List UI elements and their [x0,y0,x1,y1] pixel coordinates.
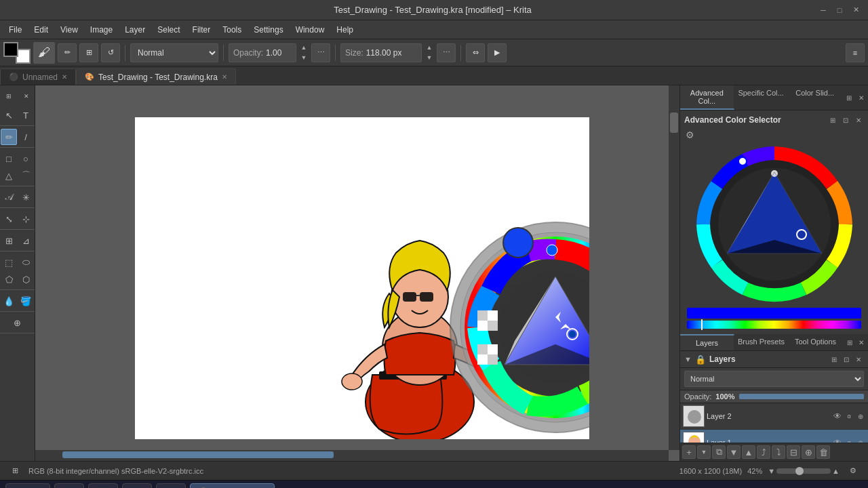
layers-close-btn2[interactable]: ✕ [853,354,864,365]
tab-brush-presets[interactable]: Brush Presets [734,334,789,350]
tool-transform[interactable]: ⤡ [1,211,17,227]
move-layer-down-btn[interactable]: ▼ [727,445,741,459]
layers-blend-mode[interactable]: Normal Multiply Screen [684,371,864,387]
menu-settings[interactable]: Settings [248,23,288,37]
menu-file[interactable]: File [3,23,27,37]
tool-ellipse[interactable]: ○ [18,150,34,167]
duplicate-layer-btn[interactable]: ⧉ [712,445,726,459]
tool-polygon-select[interactable]: ⬠ [1,271,17,287]
canvas-area[interactable] [35,85,679,461]
cs-grid-btn[interactable]: ⊞ [827,115,838,125]
tool-grid[interactable]: ⊞ [1,232,17,249]
tool-polygon[interactable]: △ [1,167,17,184]
size-down[interactable]: ▼ [425,53,434,62]
import-layer-btn[interactable]: ⤵ [772,445,785,459]
layers-close-btn[interactable]: ✕ [856,337,867,348]
close-button[interactable]: ✕ [850,5,861,16]
layer-2-eye[interactable]: 👁 [833,411,842,421]
color-wheel-container[interactable] [693,143,856,306]
hue-gradient-bar[interactable] [687,321,861,329]
delete-layer-btn[interactable]: 🗑 [816,445,830,459]
zoom-up-icon[interactable]: ▲ [832,467,840,475]
tab-test-drawing-close[interactable]: ✕ [222,73,227,81]
opacity-up[interactable]: ▲ [299,43,309,52]
size-arrows[interactable]: ▲ ▼ [425,43,434,62]
layers-expand-icon[interactable]: ▼ [684,355,692,363]
vertical-scrollbar[interactable] [669,85,679,450]
taskbar-krita-btn[interactable]: 🎨 Test_Drawin... [190,483,275,489]
tab-unnamed[interactable]: ⚫ Unnamed ✕ [0,68,76,85]
minimize-button[interactable]: ─ [818,5,829,16]
cs-close-btn[interactable]: ✕ [853,115,864,125]
export-layer-btn[interactable]: ⤴ [757,445,770,459]
blue-selected-color-bar[interactable] [687,308,861,319]
zoom-slider[interactable] [776,468,831,474]
tool-multibrush[interactable]: ✳ [18,189,34,205]
opacity-extra[interactable]: ⋯ [311,43,330,62]
tool-fill[interactable]: 🪣 [18,293,34,309]
tab-tool-options[interactable]: Tool Options [789,334,843,350]
horizontal-scrollbar[interactable] [35,450,669,461]
zoom-down-icon[interactable]: ▼ [768,467,775,475]
taskbar-files2-btn[interactable]: 📂 [156,483,186,489]
tab-specific-color[interactable]: Specific Col... [734,85,789,110]
tool-line[interactable]: / [18,129,34,145]
tool-panel-close[interactable]: ✕ [18,88,35,104]
menu-tools[interactable]: Tools [217,23,247,37]
foreground-color[interactable] [3,42,18,57]
menu-help[interactable]: Help [331,23,359,37]
menu-window[interactable]: Window [290,23,330,37]
fg-bg-colors[interactable] [3,42,31,64]
layer-1-inherit[interactable]: ⊕ [856,438,865,443]
mirror-h-button[interactable]: ⇔ [466,43,485,62]
opacity-arrows[interactable]: ▲ ▼ [299,43,309,62]
layers-opacity-bar[interactable] [739,394,865,399]
layer-2-inherit[interactable]: ⊕ [856,411,865,421]
tool-rect[interactable]: □ [1,150,17,167]
tool-select-pointer[interactable]: ↖ [1,107,17,123]
tool-zoom[interactable]: ⊕ [9,314,26,331]
tool-measure[interactable]: ⊹ [18,211,34,227]
cs-settings-btn[interactable]: ⚙ [684,129,695,140]
layers-float-btn[interactable]: ⊞ [844,337,855,348]
tool-freehand-select[interactable]: ⬡ [18,271,34,287]
tab-layers[interactable]: Layers [680,334,734,350]
move-layer-up-btn[interactable]: ▲ [742,445,755,459]
toolbar-options-button[interactable]: ≡ [846,43,865,62]
add-layer-btn[interactable]: + [682,445,696,459]
tab-test-drawing[interactable]: 🎨 Test_Drawing - Test_Drawing.kra ✕ [76,68,236,85]
cs-float-btn[interactable]: ⊡ [840,115,851,125]
brush-layout-btn[interactable]: ⊞ [79,43,98,62]
menu-edit[interactable]: Edit [28,23,54,37]
opacity-down[interactable]: ▼ [299,53,309,62]
tool-polyline[interactable]: ⌒ [18,167,34,184]
layer-row-2[interactable]: Layer 2 👁 α ⊕ [680,403,868,430]
tool-ellipse-select[interactable]: ⬭ [18,254,34,270]
layer-1-eye[interactable]: 👁 [833,438,842,443]
mirror-v-button[interactable]: ▶ [488,43,507,62]
layer-1-alpha[interactable]: α [844,438,854,443]
statusbar-options[interactable]: ⊞ [7,463,23,479]
merge-layer-btn[interactable]: ⊕ [802,445,815,459]
color-panel-float[interactable]: ⊞ [844,92,854,103]
taskbar-terminal-btn[interactable]: 💻 [122,483,152,489]
tool-calligraphy[interactable]: 𝒜 [1,189,17,205]
tab-advanced-color[interactable]: Advanced Col... [680,85,734,110]
layers-float-btn2[interactable]: ⊡ [841,354,852,365]
tool-rect-select[interactable]: ⬚ [1,254,17,270]
tool-colorpicker[interactable]: 💧 [1,293,17,309]
taskbar-files-btn[interactable]: 📁 [54,483,84,489]
menu-view[interactable]: View [55,23,83,37]
drawing-canvas[interactable] [135,117,589,439]
brush-preset-button[interactable]: 🖌 [33,42,55,64]
layer-row-1[interactable]: Layer 1 👁 α ⊕ [680,430,868,443]
brush-option-1[interactable]: ✏ [58,43,77,62]
color-panel-close[interactable]: ✕ [856,92,867,103]
tool-panel-float[interactable]: ⊞ [1,88,17,104]
add-layer-type-btn[interactable]: ▼ [697,445,711,459]
tool-text[interactable]: T [18,107,34,123]
statusbar-settings[interactable]: ⚙ [845,463,861,479]
tab-color-sliders[interactable]: Color Slid... [788,85,842,110]
menu-layer[interactable]: Layer [119,23,151,37]
maximize-button[interactable]: □ [834,5,845,16]
